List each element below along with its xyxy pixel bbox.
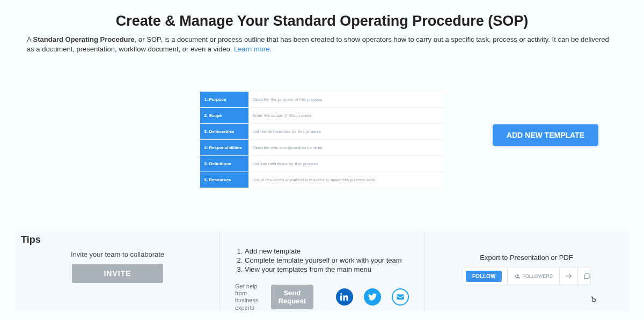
comment-icon[interactable] xyxy=(578,267,596,285)
add-new-template-button[interactable]: ADD NEW TEMPLATE xyxy=(493,124,598,146)
template-row: 6. Resources List of resources or materi… xyxy=(200,172,444,188)
steps-list: Add new template Complete template yours… xyxy=(235,247,409,273)
intro-paragraph: A Standard Operating Procedure, or SOP, … xyxy=(0,29,644,54)
tips-col-export: Export to Presentation or PDF FOLLOW FOL… xyxy=(425,231,628,311)
export-title: Export to Presentation or PDF xyxy=(440,254,613,262)
send-request-button[interactable]: Send Request xyxy=(271,285,313,309)
twitter-icon[interactable] xyxy=(364,288,381,306)
step-item: Add new template xyxy=(245,247,409,255)
template-row: 2. Scope Enter the scope of this process xyxy=(200,108,444,124)
learn-more-link[interactable]: Learn more. xyxy=(234,45,272,53)
template-row-hint: Describe the purpose of this process xyxy=(248,92,444,107)
tips-panel: Tips Invite your team to collaborate INV… xyxy=(16,231,628,311)
template-row-label: 5. Definitions xyxy=(200,156,248,172)
linkedin-icon[interactable] xyxy=(336,288,353,306)
follow-button[interactable]: FOLLOW xyxy=(466,271,502,282)
template-row-label: 3. Deliverables xyxy=(200,124,248,139)
template-row: 5. Definitions List key definitions for … xyxy=(200,156,444,172)
tips-col-steps: Add new template Complete template yours… xyxy=(220,231,425,311)
template-row-hint: Describe who is responsible for what xyxy=(248,140,444,155)
template-row-hint: Enter the scope of this process xyxy=(248,108,444,123)
page-title: Create & Manage Your Standard Operating … xyxy=(0,0,644,29)
cursor-icon xyxy=(590,295,597,305)
template-preview: 1. Purpose Describe the purpose of this … xyxy=(200,92,444,188)
export-toolbar: FOLLOW FOLLOWERS xyxy=(462,267,591,285)
template-row-label: 1. Purpose xyxy=(200,92,248,107)
intro-prefix: A xyxy=(27,35,33,43)
invite-text: Invite your team to collaborate xyxy=(31,250,204,258)
template-row: 1. Purpose Describe the purpose of this … xyxy=(200,92,444,108)
template-row-label: 6. Resources xyxy=(200,172,248,188)
followers-button[interactable]: FOLLOWERS xyxy=(507,267,560,285)
share-icon[interactable] xyxy=(560,267,578,285)
template-row-label: 2. Scope xyxy=(200,108,248,123)
step-item: View your templates from the main menu xyxy=(245,265,409,273)
template-row-label: 4. Responsibilities xyxy=(200,140,248,155)
template-row-hint: List the deliverables for this process xyxy=(248,124,444,139)
template-row-hint: List of resources or materials required … xyxy=(248,172,444,188)
template-row: 4. Responsibilities Describe who is resp… xyxy=(200,140,444,156)
followers-label: FOLLOWERS xyxy=(522,273,553,279)
intro-bold: Standard Operating Procedure xyxy=(33,35,135,43)
help-text: Get help from business experts xyxy=(235,283,264,311)
person-add-icon xyxy=(514,273,520,279)
template-row: 3. Deliverables List the deliverables fo… xyxy=(200,124,444,140)
email-icon[interactable] xyxy=(392,288,409,306)
tips-col-invite: Invite your team to collaborate INVITE xyxy=(16,231,220,311)
template-row-hint: List key definitions for this process xyxy=(248,156,444,172)
invite-button[interactable]: INVITE xyxy=(72,264,163,283)
step-item: Complete template yourself or work with … xyxy=(245,256,409,264)
